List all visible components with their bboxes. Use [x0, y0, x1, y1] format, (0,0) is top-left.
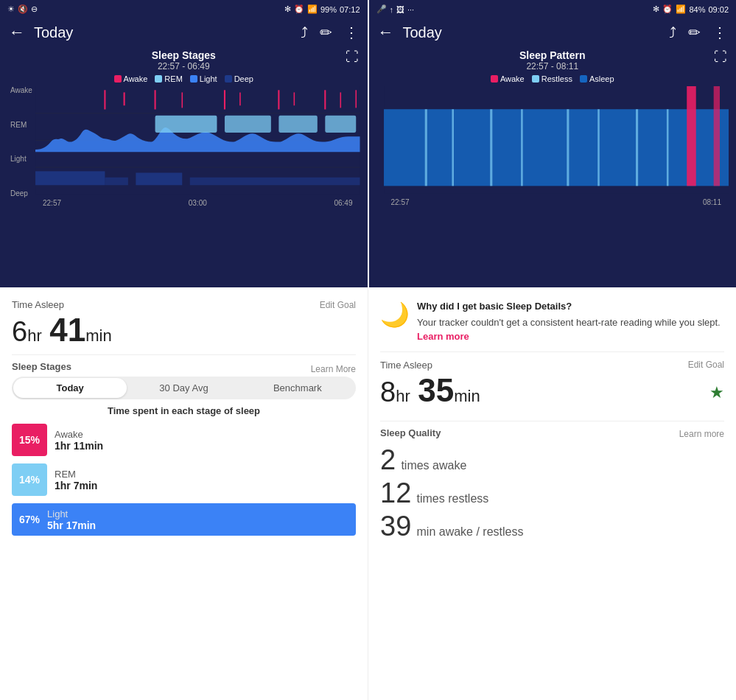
y-label-deep: Deep — [10, 189, 32, 197]
rem-pct: 14% — [19, 474, 40, 486]
legend-r-restless: Restless — [532, 74, 572, 83]
y-label-rem: REM — [10, 121, 32, 129]
light-stage-name: Light — [47, 508, 96, 519]
rem-stage-name: REM — [55, 469, 97, 480]
right-sleep-time: 8hr 35min — [380, 372, 480, 409]
left-chart-svg-wrap — [35, 86, 360, 197]
svg-rect-5 — [105, 178, 127, 185]
time-start-right: 22:57 — [391, 198, 410, 206]
left-sleep-panel: ☀ 🔇 ⊖ ✻ ⏰ 📶 99% 07:12 ← Today ⤴ ✏ ⋮ — [0, 0, 368, 287]
left-sleep-time: 6hr 41min — [12, 312, 356, 349]
left-status-right: ✻ ⏰ 📶 99% 07:12 — [284, 4, 360, 14]
svg-rect-9 — [225, 116, 271, 133]
legend-r-awake: Awake — [491, 74, 525, 83]
left-edit-goal-link[interactable]: Edit Goal — [320, 300, 356, 310]
right-chart-container: Sleep Pattern 22:57 - 08:11 ⛶ Awake Rest… — [369, 46, 737, 287]
left-expand-icon[interactable]: ⛶ — [346, 49, 359, 65]
dots-icon: ··· — [407, 5, 414, 14]
times-restless-stat: 12 times restless — [380, 477, 724, 509]
left-toolbar-icons: ⤴ ✏ ⋮ — [301, 24, 359, 41]
left-stages-title: Sleep Stages — [12, 361, 71, 372]
alarm-icon-r: ⏰ — [662, 4, 673, 14]
left-sleep-minutes: 41 — [49, 312, 85, 348]
vol-icon: 🔇 — [18, 4, 28, 14]
alert-learn-link[interactable]: Learn more — [417, 331, 469, 342]
right-time-labels: 22:57 08:11 — [384, 197, 729, 208]
tab-today[interactable]: Today — [13, 378, 127, 398]
left-back-button[interactable]: ← — [9, 23, 25, 42]
right-status-bar: 🎤 ↑ 🖼 ··· ✻ ⏰ 📶 84% 09:02 — [369, 0, 737, 18]
right-min-unit: min — [454, 387, 480, 405]
svg-rect-33 — [687, 86, 695, 186]
r-awake-label: Awake — [500, 74, 525, 83]
alert-title: Why did I get basic Sleep Details? — [417, 299, 724, 314]
time-mid-left: 03:00 — [189, 199, 207, 207]
svg-rect-24 — [384, 109, 729, 186]
left-hr-unit: hr — [27, 326, 42, 345]
stage-rem-item: 14% REM 1hr 7min — [12, 463, 356, 496]
right-edit-goal-link[interactable]: Edit Goal — [688, 360, 724, 370]
right-toolbar: ← Today ⤴ ✏ ⋮ — [369, 18, 737, 46]
min-awake-num: 39 — [380, 511, 411, 542]
left-learn-more-link[interactable]: Learn More — [311, 364, 356, 374]
svg-rect-8 — [155, 116, 217, 133]
left-toolbar: ← Today ⤴ ✏ ⋮ — [0, 18, 368, 46]
right-legend: Awake Restless Asleep — [376, 74, 729, 83]
r-asleep-dot — [580, 75, 587, 83]
left-more-button[interactable]: ⋮ — [344, 24, 359, 41]
left-y-labels: Awake REM Light Deep — [7, 86, 35, 197]
svg-rect-6 — [136, 172, 182, 185]
tab-benchmark[interactable]: Benchmark — [241, 378, 354, 398]
right-sleep-minutes: 35 — [418, 372, 454, 408]
mic-icon: 🎤 — [376, 4, 387, 14]
right-sleep-chart — [384, 86, 729, 194]
r-awake-dot — [491, 75, 498, 83]
legend-awake: Awake — [114, 74, 148, 83]
right-edit-button[interactable]: ✏ — [688, 24, 701, 41]
time-end-right: 08:11 — [703, 198, 721, 206]
right-chart-subtitle: 22:57 - 08:11 — [376, 61, 729, 71]
right-time-asleep-section: Time Asleep Edit Goal 8hr 35min ★ — [380, 360, 724, 415]
time-left: 07:12 — [340, 5, 360, 14]
left-time-asleep-section: Time Asleep Edit Goal 6hr 41min — [12, 299, 356, 349]
r-asleep-label: Asleep — [589, 74, 614, 83]
legend-light: Light — [190, 74, 217, 83]
bt-icon: ✻ — [284, 4, 291, 14]
left-share-button[interactable]: ⤴ — [301, 24, 308, 41]
alarm-icon: ⏰ — [294, 4, 304, 14]
rem-dot — [155, 75, 162, 83]
right-title: Today — [403, 24, 670, 41]
up-icon: ↑ — [390, 5, 394, 14]
right-back-button[interactable]: ← — [378, 23, 394, 42]
light-label: Light — [200, 74, 217, 83]
right-chart-body — [376, 86, 729, 197]
right-expand-icon[interactable]: ⛶ — [714, 49, 727, 65]
left-legend: Awake REM Light Deep — [7, 74, 360, 83]
sleep-quality-header: Sleep Quality Learn more — [380, 427, 724, 441]
left-chart-body: Awake REM Light Deep — [7, 86, 360, 197]
awake-stage-dur: 1hr 11min — [55, 440, 103, 452]
legend-rem: REM — [155, 74, 182, 83]
time-end-left: 06:49 — [334, 199, 352, 207]
times-awake-num: 2 — [380, 444, 396, 475]
times-awake-lbl: times awake — [401, 459, 466, 472]
svg-rect-34 — [713, 86, 719, 186]
times-awake-stat: 2 times awake — [380, 444, 724, 476]
stage-awake-item: 15% Awake 1hr 11min — [12, 424, 356, 456]
tab-30day[interactable]: 30 Day Avg — [127, 378, 240, 398]
r-restless-label: Restless — [542, 74, 572, 83]
alert-text: Why did I get basic Sleep Details? Your … — [417, 299, 724, 344]
right-share-button[interactable]: ⤴ — [669, 24, 676, 41]
svg-rect-11 — [325, 116, 356, 133]
bottom-left-panel: Time Asleep Edit Goal 6hr 41min Sleep St… — [0, 287, 368, 700]
right-status-left: 🎤 ↑ 🖼 ··· — [376, 4, 415, 14]
awake-label: Awake — [124, 74, 148, 83]
right-learn-more-link[interactable]: Learn more — [679, 429, 724, 439]
left-sleep-hours: 6 — [12, 316, 27, 347]
light-stage-dur: 5hr 17min — [47, 519, 96, 531]
right-more-button[interactable]: ⋮ — [712, 24, 727, 41]
left-edit-button[interactable]: ✏ — [320, 24, 332, 41]
rem-pct-box: 14% — [12, 463, 47, 496]
right-chart-title: Sleep Pattern — [376, 49, 729, 61]
minus-icon: ⊖ — [31, 4, 38, 14]
